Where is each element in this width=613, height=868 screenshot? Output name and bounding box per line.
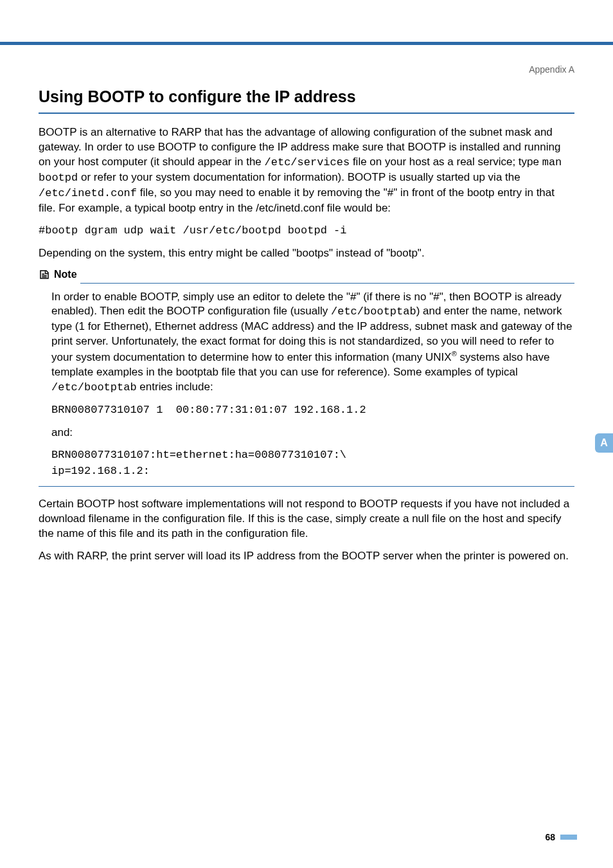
note-paragraph-1: In order to enable BOOTP, simply use an … <box>51 290 574 395</box>
section-heading: Using BOOTP to configure the IP address <box>39 87 574 106</box>
footer-bar <box>560 835 577 840</box>
note-label: Note <box>54 269 77 280</box>
note-block: Note In order to enable BOOTP, simply us… <box>39 269 574 487</box>
note-code-1: BRN008077310107 1 00:80:77:31:01:07 192.… <box>51 403 574 418</box>
p1-text-b: file on your host as a real service; typ… <box>350 156 542 168</box>
page-number: 68 <box>545 832 555 842</box>
page-content: Appendix A Using BOOTP to configure the … <box>0 45 613 564</box>
note-top-rule <box>80 283 574 284</box>
paragraph-1: BOOTP is an alternative to RARP that has… <box>39 125 574 216</box>
code-bootptab-1: /etc/bootptab <box>331 305 416 318</box>
note-body: In order to enable BOOTP, simply use an … <box>39 290 574 479</box>
registered-symbol: ® <box>452 350 457 357</box>
p1-text-c: or refer to your system documentation fo… <box>78 171 520 183</box>
breadcrumb: Appendix A <box>39 64 574 75</box>
top-bar <box>0 0 613 45</box>
code-bootptab-2: /etc/bootptab <box>51 381 137 393</box>
paragraph-3: Certain BOOTP host software implementati… <box>39 497 574 541</box>
code-block-1: #bootp dgram udp wait /usr/etc/bootpd bo… <box>39 224 574 239</box>
heading-rule <box>39 113 574 114</box>
note-icon <box>39 269 50 280</box>
note-bottom-rule <box>39 486 574 487</box>
page-footer: 68 <box>545 832 577 842</box>
note-and: and: <box>51 426 574 440</box>
paragraph-4: As with RARP, the print server will load… <box>39 549 574 564</box>
note-code-2: BRN008077310107:ht=ethernet:ha=008077310… <box>51 448 574 463</box>
code-inetd-conf: /etc/inetd.conf <box>39 187 137 199</box>
np1-d: entries include: <box>137 381 213 393</box>
paragraph-2: Depending on the system, this entry migh… <box>39 246 574 261</box>
code-etc-services: /etc/services <box>265 156 350 168</box>
note-code-3: ip=192.168.1.2: <box>51 464 574 479</box>
note-header: Note <box>39 269 574 280</box>
side-tab[interactable]: A <box>595 433 613 453</box>
